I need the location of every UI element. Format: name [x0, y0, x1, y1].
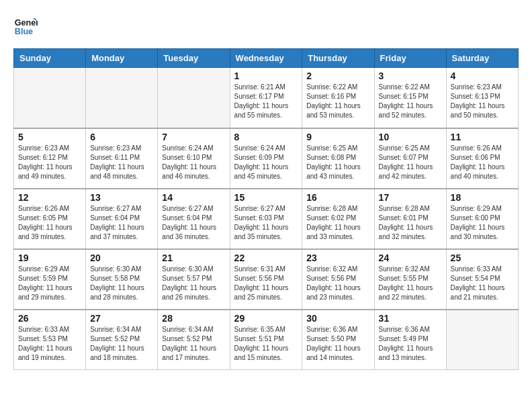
calendar-cell: 30Sunrise: 6:36 AM Sunset: 5:50 PM Dayli… — [302, 310, 374, 370]
calendar-cell: 28Sunrise: 6:34 AM Sunset: 5:52 PM Dayli… — [158, 310, 230, 370]
day-number: 26 — [18, 313, 81, 324]
calendar-cell: 7Sunrise: 6:24 AM Sunset: 6:10 PM Daylig… — [158, 128, 230, 189]
calendar-cell: 4Sunrise: 6:23 AM Sunset: 6:13 PM Daylig… — [446, 68, 518, 128]
day-info: Sunrise: 6:23 AM Sunset: 6:11 PM Dayligh… — [90, 144, 153, 181]
calendar-cell — [86, 68, 158, 128]
day-info: Sunrise: 6:24 AM Sunset: 6:10 PM Dayligh… — [162, 144, 225, 181]
day-info: Sunrise: 6:34 AM Sunset: 5:52 PM Dayligh… — [90, 325, 153, 363]
calendar-cell: 6Sunrise: 6:23 AM Sunset: 6:11 PM Daylig… — [86, 128, 158, 189]
day-number: 28 — [162, 313, 225, 324]
day-info: Sunrise: 6:24 AM Sunset: 6:09 PM Dayligh… — [234, 144, 298, 181]
day-info: Sunrise: 6:34 AM Sunset: 5:52 PM Dayligh… — [162, 325, 225, 363]
day-number: 21 — [162, 253, 225, 263]
calendar-cell: 25Sunrise: 6:33 AM Sunset: 5:54 PM Dayli… — [446, 249, 518, 310]
calendar-cell: 8Sunrise: 6:24 AM Sunset: 6:09 PM Daylig… — [230, 128, 302, 189]
day-info: Sunrise: 6:36 AM Sunset: 5:50 PM Dayligh… — [306, 325, 369, 363]
day-number: 1 — [234, 71, 298, 81]
day-info: Sunrise: 6:23 AM Sunset: 6:13 PM Dayligh… — [451, 83, 514, 120]
day-info: Sunrise: 6:33 AM Sunset: 5:53 PM Dayligh… — [18, 325, 81, 363]
day-number: 2 — [306, 71, 369, 81]
calendar-table: SundayMondayTuesdayWednesdayThursdayFrid… — [13, 48, 519, 370]
day-number: 12 — [18, 192, 81, 203]
day-number: 17 — [379, 192, 442, 203]
day-info: Sunrise: 6:29 AM Sunset: 5:59 PM Dayligh… — [18, 265, 81, 302]
day-number: 31 — [379, 313, 442, 324]
calendar-week-4: 19Sunrise: 6:29 AM Sunset: 5:59 PM Dayli… — [14, 249, 519, 310]
calendar-cell: 1Sunrise: 6:21 AM Sunset: 6:17 PM Daylig… — [230, 68, 302, 128]
header-saturday: Saturday — [446, 49, 518, 68]
calendar-week-1: 1Sunrise: 6:21 AM Sunset: 6:17 PM Daylig… — [14, 68, 519, 128]
day-info: Sunrise: 6:32 AM Sunset: 5:55 PM Dayligh… — [379, 265, 442, 302]
header-tuesday: Tuesday — [158, 49, 230, 68]
day-info: Sunrise: 6:29 AM Sunset: 6:00 PM Dayligh… — [451, 204, 514, 242]
svg-text:Blue: Blue — [15, 27, 33, 36]
day-info: Sunrise: 6:25 AM Sunset: 6:07 PM Dayligh… — [379, 144, 442, 181]
day-number: 6 — [90, 132, 153, 142]
day-number: 30 — [306, 313, 369, 324]
header-sunday: Sunday — [14, 49, 86, 68]
day-info: Sunrise: 6:25 AM Sunset: 6:08 PM Dayligh… — [306, 144, 369, 181]
calendar-cell: 10Sunrise: 6:25 AM Sunset: 6:07 PM Dayli… — [374, 128, 446, 189]
header-wednesday: Wednesday — [230, 49, 302, 68]
day-number: 14 — [162, 192, 225, 203]
day-number: 3 — [379, 71, 442, 81]
day-info: Sunrise: 6:27 AM Sunset: 6:04 PM Dayligh… — [90, 204, 153, 242]
calendar-cell: 15Sunrise: 6:27 AM Sunset: 6:03 PM Dayli… — [230, 189, 302, 249]
day-number: 25 — [451, 253, 514, 263]
day-info: Sunrise: 6:22 AM Sunset: 6:16 PM Dayligh… — [306, 83, 369, 120]
day-info: Sunrise: 6:27 AM Sunset: 6:04 PM Dayligh… — [162, 204, 225, 242]
day-info: Sunrise: 6:21 AM Sunset: 6:17 PM Dayligh… — [234, 83, 298, 120]
calendar-cell — [446, 310, 518, 370]
day-number: 10 — [379, 132, 442, 142]
calendar-week-2: 5Sunrise: 6:23 AM Sunset: 6:12 PM Daylig… — [14, 128, 519, 189]
day-number: 7 — [162, 132, 225, 142]
day-info: Sunrise: 6:22 AM Sunset: 6:15 PM Dayligh… — [379, 83, 442, 120]
day-info: Sunrise: 6:32 AM Sunset: 5:56 PM Dayligh… — [306, 265, 369, 302]
day-info: Sunrise: 6:33 AM Sunset: 5:54 PM Dayligh… — [451, 265, 514, 302]
day-info: Sunrise: 6:31 AM Sunset: 5:56 PM Dayligh… — [234, 265, 298, 302]
day-number: 19 — [18, 253, 81, 263]
calendar-cell: 12Sunrise: 6:26 AM Sunset: 6:05 PM Dayli… — [14, 189, 86, 249]
day-number: 23 — [306, 253, 369, 263]
calendar-cell: 27Sunrise: 6:34 AM Sunset: 5:52 PM Dayli… — [86, 310, 158, 370]
day-number: 11 — [451, 132, 514, 142]
day-number: 13 — [90, 192, 153, 203]
calendar-cell: 3Sunrise: 6:22 AM Sunset: 6:15 PM Daylig… — [374, 68, 446, 128]
day-number: 4 — [451, 71, 514, 81]
day-number: 27 — [90, 313, 153, 324]
calendar-cell: 14Sunrise: 6:27 AM Sunset: 6:04 PM Dayli… — [158, 189, 230, 249]
calendar-cell: 23Sunrise: 6:32 AM Sunset: 5:56 PM Dayli… — [302, 249, 374, 310]
calendar-cell: 20Sunrise: 6:30 AM Sunset: 5:58 PM Dayli… — [86, 249, 158, 310]
header-monday: Monday — [86, 49, 158, 68]
calendar-cell: 18Sunrise: 6:29 AM Sunset: 6:00 PM Dayli… — [446, 189, 518, 249]
calendar-cell: 13Sunrise: 6:27 AM Sunset: 6:04 PM Dayli… — [86, 189, 158, 249]
calendar-cell: 9Sunrise: 6:25 AM Sunset: 6:08 PM Daylig… — [302, 128, 374, 189]
day-number: 9 — [306, 132, 369, 142]
day-info: Sunrise: 6:28 AM Sunset: 6:02 PM Dayligh… — [306, 204, 369, 242]
day-number: 24 — [379, 253, 442, 263]
day-info: Sunrise: 6:26 AM Sunset: 6:05 PM Dayligh… — [18, 204, 81, 242]
day-info: Sunrise: 6:27 AM Sunset: 6:03 PM Dayligh… — [234, 204, 298, 242]
day-info: Sunrise: 6:28 AM Sunset: 6:01 PM Dayligh… — [379, 204, 442, 242]
day-info: Sunrise: 6:36 AM Sunset: 5:49 PM Dayligh… — [379, 325, 442, 363]
day-number: 15 — [234, 192, 298, 203]
header-friday: Friday — [374, 49, 446, 68]
day-info: Sunrise: 6:30 AM Sunset: 5:57 PM Dayligh… — [162, 265, 225, 302]
day-number: 5 — [18, 132, 81, 142]
calendar-header-row: SundayMondayTuesdayWednesdayThursdayFrid… — [14, 49, 519, 68]
page-header: General Blue — [13, 13, 519, 38]
calendar-cell — [158, 68, 230, 128]
calendar-cell: 19Sunrise: 6:29 AM Sunset: 5:59 PM Dayli… — [14, 249, 86, 310]
calendar-cell: 21Sunrise: 6:30 AM Sunset: 5:57 PM Dayli… — [158, 249, 230, 310]
calendar-cell: 16Sunrise: 6:28 AM Sunset: 6:02 PM Dayli… — [302, 189, 374, 249]
calendar-week-5: 26Sunrise: 6:33 AM Sunset: 5:53 PM Dayli… — [14, 310, 519, 370]
calendar-cell: 26Sunrise: 6:33 AM Sunset: 5:53 PM Dayli… — [14, 310, 86, 370]
calendar-week-3: 12Sunrise: 6:26 AM Sunset: 6:05 PM Dayli… — [14, 189, 519, 249]
day-number: 20 — [90, 253, 153, 263]
calendar-cell: 5Sunrise: 6:23 AM Sunset: 6:12 PM Daylig… — [14, 128, 86, 189]
calendar-cell: 2Sunrise: 6:22 AM Sunset: 6:16 PM Daylig… — [302, 68, 374, 128]
day-info: Sunrise: 6:35 AM Sunset: 5:51 PM Dayligh… — [234, 325, 298, 363]
calendar-cell: 17Sunrise: 6:28 AM Sunset: 6:01 PM Dayli… — [374, 189, 446, 249]
logo: General Blue — [13, 13, 42, 38]
day-info: Sunrise: 6:26 AM Sunset: 6:06 PM Dayligh… — [451, 144, 514, 181]
